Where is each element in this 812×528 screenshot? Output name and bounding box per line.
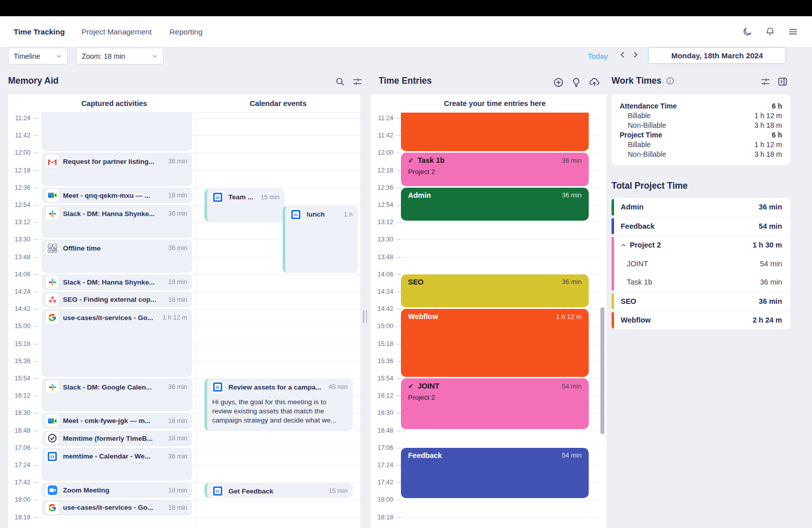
task-row[interactable]: JOINT54 min (612, 255, 790, 273)
captured-activity[interactable]: Zoom Meeting18 min (42, 482, 192, 498)
captured-activity[interactable]: Meet - qnq-qekm-mxu — ...18 min (42, 188, 192, 203)
time-tick (396, 517, 401, 518)
time-entry[interactable] (401, 113, 589, 151)
notifications-bell-icon[interactable] (765, 26, 775, 37)
captured-activity[interactable] (42, 113, 192, 151)
info-icon[interactable] (666, 77, 674, 85)
time-label: 17:24 (373, 462, 393, 469)
add-entry-plus-icon[interactable] (553, 77, 564, 88)
project-row[interactable]: SEO36 min (612, 292, 790, 311)
memory-aid-grid: 11:2411:4212:0012:1812:3612:5413:1213:30… (8, 113, 360, 528)
gridline (400, 500, 599, 500)
time-label: 15:00 (10, 323, 30, 330)
time-tick (396, 170, 401, 171)
slack-icon (46, 380, 59, 394)
gridline (39, 517, 360, 518)
time-tick (33, 188, 38, 188)
project-row[interactable]: Admin36 min (612, 198, 790, 217)
time-label: 14:42 (373, 305, 393, 312)
time-label: 12:00 (10, 149, 30, 156)
calendar-events-header: Calendar events (196, 94, 360, 113)
work-time-stat-row: Attendance Time6 h (612, 101, 790, 111)
captured-activity[interactable]: Offline time36 min (42, 239, 192, 272)
time-tick (396, 153, 401, 153)
time-tick (396, 396, 401, 396)
menu-icon[interactable] (788, 26, 798, 37)
search-icon[interactable] (335, 77, 345, 87)
time-entries-column-header: Create your time entries here (401, 94, 589, 113)
time-label: 13:48 (373, 254, 393, 261)
suggestions-bulb-icon[interactable] (571, 77, 582, 88)
calendar-event[interactable]: 31Get Feedback15 min (205, 482, 353, 498)
today-button[interactable]: Today (588, 52, 608, 60)
captured-activity[interactable]: Slack - DM: Hanna Shynke...18 min (42, 274, 192, 290)
chevron-left-icon (618, 50, 627, 59)
time-tick (33, 118, 38, 119)
upload-cloud-icon[interactable] (589, 77, 600, 88)
tab-reporting[interactable]: Reporting (170, 27, 202, 36)
calendar-event[interactable]: 31Review assets for a campa...45 minHi g… (205, 378, 353, 431)
panel-resize-handle[interactable] (363, 310, 367, 323)
time-label: 15:18 (373, 340, 393, 347)
captured-activity[interactable]: use-cases/it-services - Go...1 h 12 m (42, 309, 192, 377)
time-tick (396, 222, 401, 223)
captured-activity[interactable]: 31memtime - Calendar - We...36 min (42, 448, 192, 481)
chevron-down-icon (152, 53, 158, 59)
project-color-stripe (612, 237, 614, 291)
time-label: 18:18 (10, 514, 30, 521)
memory-aid-title: Memory Aid (8, 76, 59, 86)
captured-activity[interactable]: Slack - DM: Google Calen...36 min (42, 378, 192, 411)
time-entry[interactable]: Webflow1 h 12 m (401, 309, 589, 377)
time-entry[interactable]: Feedback54 min (401, 448, 589, 499)
memtime-icon (46, 432, 59, 445)
time-tick (33, 170, 38, 171)
time-tick (396, 482, 401, 483)
time-tick (396, 361, 401, 362)
time-tick (396, 274, 401, 275)
filter-sliders-icon[interactable] (352, 77, 362, 87)
date-picker-button[interactable]: Monday, 18th March 2024 (648, 47, 786, 64)
tab-time-tracking[interactable]: Time Tracking (14, 27, 65, 36)
window-top-bar (0, 0, 812, 16)
project-row[interactable]: Webflow2 h 24 m (612, 311, 790, 330)
captured-activity[interactable]: Request for partner listing...36 min (42, 153, 192, 186)
captured-activity[interactable]: Memtime (formerly TimeB...18 min (42, 431, 192, 446)
time-tick (396, 500, 401, 500)
time-entries-grid: 11:2411:4212:0012:1812:3612:5413:1213:30… (370, 113, 606, 528)
captured-activity[interactable]: Meet - cmk-fywe-jgk — m...18 min (42, 413, 192, 429)
captured-activity[interactable]: use-cases/it-services - Go...18 min (42, 500, 192, 515)
chevron-up-icon[interactable] (621, 242, 626, 248)
vertical-scrollbar[interactable] (600, 307, 604, 434)
time-label: 13:12 (10, 219, 30, 226)
time-tick (33, 292, 38, 292)
time-entry[interactable]: ✓Task 1b36 minProject 2 (401, 153, 589, 186)
time-entries-panel: Create your time entries here 11:2411:42… (370, 94, 606, 528)
next-day-button[interactable] (631, 50, 640, 59)
zoom-select[interactable]: Zoom: 18 min (76, 48, 163, 64)
calendar-event[interactable]: 31lunch1 h (283, 206, 358, 273)
view-select[interactable]: Timeline (8, 48, 67, 64)
check-icon: ✓ (408, 157, 414, 164)
task-row[interactable]: Task 1b36 min (612, 273, 790, 292)
time-entry[interactable]: ✓JOINT54 minProject 2 (401, 378, 589, 429)
prev-day-button[interactable] (618, 50, 627, 59)
tab-project-management[interactable]: Project Management (82, 27, 152, 36)
current-date: Monday, 18th March 2024 (671, 51, 763, 60)
time-entry[interactable]: SEO36 min (401, 274, 589, 307)
collapse-panel-icon[interactable] (777, 77, 788, 87)
calendar-event[interactable]: 31Team ...15 min (205, 189, 285, 222)
time-entry[interactable]: Admin36 min (401, 188, 589, 221)
filter-sliders-icon[interactable] (760, 77, 770, 87)
time-tick (396, 309, 401, 309)
project-row[interactable]: Project 21 h 30 m (612, 236, 790, 255)
project-color-stripe (612, 312, 614, 329)
project-color-stripe (612, 293, 614, 310)
captured-activity[interactable]: Slack - DM: Hanna Shynke...36 min (42, 205, 192, 238)
captured-activity[interactable]: SEO - Finding external cop...18 min (42, 292, 192, 307)
meet-icon (46, 414, 59, 428)
svg-text:31: 31 (50, 454, 54, 459)
project-row[interactable]: Feedback54 min (612, 217, 790, 236)
column-divider (196, 113, 196, 528)
dark-mode-moon-icon[interactable] (742, 26, 753, 37)
time-tick (33, 517, 38, 518)
